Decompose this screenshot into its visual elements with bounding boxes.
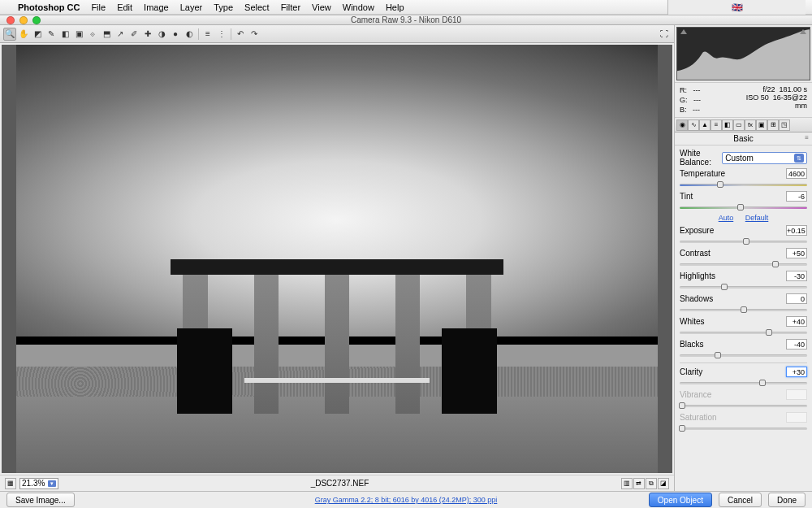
contrast-slider[interactable]: [680, 260, 807, 268]
white-balance-tool-icon[interactable]: ◩: [31, 28, 44, 41]
image-preview[interactable]: [2, 45, 672, 473]
save-image-button[interactable]: Save Image...: [6, 493, 75, 507]
preview-list-icon[interactable]: ⋮: [215, 28, 228, 41]
highlight-clip-icon[interactable]: [800, 29, 806, 34]
panel-menu-icon[interactable]: ≡: [805, 134, 809, 141]
flag-icon[interactable]: 🇬🇧: [732, 2, 743, 13]
auto-link[interactable]: Auto: [719, 214, 734, 222]
metadata-readout: R: --- G: --- B: --- f/22 181.00 s ISO 5…: [675, 82, 812, 118]
transform-tool-icon[interactable]: ⬒: [100, 28, 113, 41]
workflow-options-link[interactable]: Gray Gamma 2.2; 8 bit; 6016 by 4016 (24.…: [315, 496, 498, 504]
exposure-value[interactable]: +0.15: [786, 225, 807, 236]
tint-label: Tint: [680, 192, 783, 201]
shadows-value[interactable]: 0: [786, 293, 807, 304]
preview-mode-icon[interactable]: ≡: [201, 28, 214, 41]
tab-snapshots-icon[interactable]: ◳: [779, 119, 790, 131]
histogram[interactable]: [676, 27, 810, 80]
before-after-icon[interactable]: ▥: [621, 478, 633, 489]
preview-toggle-icon[interactable]: ◪: [658, 478, 669, 489]
tint-value[interactable]: -6: [786, 191, 807, 202]
app-name[interactable]: Photoshop CC: [18, 2, 80, 12]
radial-filter-tool-icon[interactable]: ●: [169, 28, 182, 41]
shadows-label: Shadows: [680, 294, 783, 303]
blacks-slider[interactable]: [680, 351, 807, 359]
meta-aperture: f/22: [762, 85, 775, 93]
highlights-slider[interactable]: [680, 283, 807, 291]
menu-image[interactable]: Image: [144, 2, 169, 12]
filmstrip-toggle-icon[interactable]: ▦: [5, 478, 16, 489]
cancel-button[interactable]: Cancel: [719, 493, 762, 507]
tab-split-icon[interactable]: ◧: [722, 119, 733, 131]
default-link[interactable]: Default: [745, 214, 769, 222]
color-sampler-tool-icon[interactable]: ✎: [45, 28, 58, 41]
window-close-button[interactable]: [6, 16, 15, 24]
wb-value: Custom: [725, 154, 753, 163]
temperature-value[interactable]: 4600: [786, 168, 807, 179]
tab-basic-icon[interactable]: ◉: [676, 119, 688, 131]
whites-label: Whites: [680, 317, 783, 326]
zoom-select[interactable]: 21.3% ▾: [19, 478, 58, 489]
menu-view[interactable]: View: [312, 2, 331, 12]
whites-slider[interactable]: [680, 328, 807, 336]
targeted-adjust-tool-icon[interactable]: ◧: [58, 28, 71, 41]
contrast-value[interactable]: +50: [786, 248, 807, 258]
menu-window[interactable]: Window: [343, 2, 374, 12]
window-minimize-button[interactable]: [19, 16, 28, 24]
tint-slider[interactable]: [680, 203, 807, 211]
menu-type[interactable]: Type: [214, 2, 233, 12]
shadow-clip-icon[interactable]: [680, 29, 687, 34]
chevron-updown-icon: ⇅: [794, 154, 804, 163]
tab-curve-icon[interactable]: ∿: [688, 119, 699, 131]
menu-edit[interactable]: Edit: [117, 2, 132, 12]
straighten-tool-icon[interactable]: ⟐: [86, 28, 99, 41]
copy-settings-icon[interactable]: ⧉: [646, 478, 657, 489]
graduated-filter-tool-icon[interactable]: ◑: [155, 28, 168, 41]
preferences-tool-icon[interactable]: ◐: [183, 28, 196, 41]
tab-fx-icon[interactable]: fx: [745, 119, 756, 131]
zoom-tool-icon[interactable]: 🔍: [3, 28, 16, 41]
blacks-value[interactable]: -40: [786, 339, 807, 350]
exposure-label: Exposure: [680, 226, 783, 235]
panel-title: Basic ≡: [675, 132, 812, 145]
tab-detail-icon[interactable]: ▲: [699, 119, 710, 131]
vibrance-value: [786, 389, 807, 400]
menu-layer[interactable]: Layer: [180, 2, 203, 12]
temperature-slider[interactable]: [680, 180, 807, 189]
rotate-ccw-icon[interactable]: ↶: [234, 28, 247, 41]
tab-presets-icon[interactable]: ⊞: [767, 119, 779, 131]
menu-file[interactable]: File: [91, 2, 106, 12]
adjustment-brush-tool-icon[interactable]: ✚: [141, 28, 154, 41]
swap-icon[interactable]: ⇄: [633, 478, 645, 489]
fullscreen-toggle-icon[interactable]: ⛶: [658, 28, 671, 41]
hand-tool-icon[interactable]: ✋: [17, 28, 30, 41]
spot-removal-tool-icon[interactable]: ↗: [114, 28, 127, 41]
vibrance-slider: [680, 402, 807, 410]
highlights-value[interactable]: -30: [786, 271, 807, 281]
clarity-slider[interactable]: [680, 379, 807, 387]
open-object-button[interactable]: Open Object: [649, 493, 712, 507]
menu-select[interactable]: Select: [244, 2, 270, 12]
meta-iso: ISO 50: [746, 93, 769, 102]
window-zoom-button[interactable]: [32, 16, 41, 24]
whites-value[interactable]: +40: [786, 316, 807, 327]
redeye-tool-icon[interactable]: ✐: [127, 28, 140, 41]
window-title: Camera Raw 9.3 - Nikon D610: [351, 15, 461, 24]
saturation-slider: [680, 424, 807, 432]
shadows-slider[interactable]: [680, 306, 807, 314]
menu-filter[interactable]: Filter: [281, 2, 300, 12]
done-button[interactable]: Done: [768, 493, 806, 507]
tab-hsl-icon[interactable]: ≡: [710, 119, 722, 131]
white-balance-select[interactable]: Custom ⇅: [722, 152, 807, 164]
menu-help[interactable]: Help: [386, 2, 404, 12]
preview-footer: ▦ 21.3% ▾ _DSC2737.NEF ▥ ⇄ ⧉ ◪: [0, 475, 674, 491]
rotate-cw-icon[interactable]: ↷: [248, 28, 261, 41]
tab-camera-icon[interactable]: ▣: [756, 119, 767, 131]
exposure-slider[interactable]: [680, 237, 807, 245]
wb-label: White Balance:: [680, 149, 719, 167]
clarity-value[interactable]: +30: [786, 367, 807, 377]
tab-lens-icon[interactable]: ▭: [733, 119, 745, 131]
meta-r: ---: [693, 86, 701, 94]
chevron-down-icon: ▾: [48, 480, 56, 487]
titlebar: Camera Raw 9.3 - Nikon D610: [0, 15, 812, 25]
crop-tool-icon[interactable]: ▣: [72, 28, 85, 41]
